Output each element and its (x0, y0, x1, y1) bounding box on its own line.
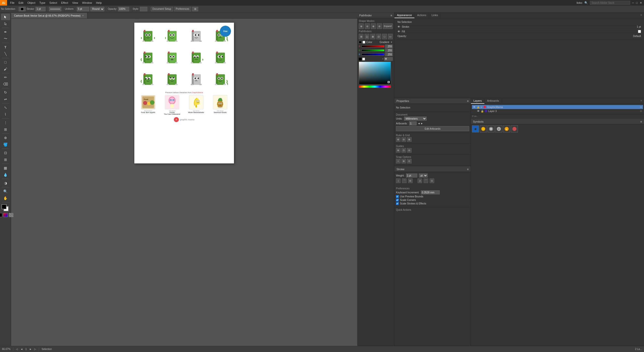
pen-tool[interactable]: ✒ (1, 29, 10, 35)
preview-bounds-checkbox[interactable] (396, 195, 399, 198)
layer-2-lock[interactable]: 🔒 (481, 110, 484, 113)
symbol-4[interactable]: ⚙ (495, 125, 502, 132)
b-gradient-bar[interactable] (361, 53, 384, 55)
g-gradient-bar[interactable] (361, 49, 384, 51)
r-value-input[interactable] (385, 45, 393, 48)
keyboard-increment-input[interactable] (421, 190, 440, 194)
line-style-selector[interactable] (49, 7, 61, 11)
b-value-input[interactable] (385, 53, 393, 56)
unite-btn[interactable]: ⊕ (359, 23, 364, 29)
artboards-dec-btn[interactable]: ◂ (418, 122, 420, 125)
exclude-btn[interactable]: ⊘ (377, 23, 382, 29)
paintbrush-tool[interactable]: 🖌 (1, 66, 10, 72)
artboards-input[interactable] (409, 121, 417, 125)
color-picker-cursor[interactable] (388, 81, 390, 83)
weight-unit-select[interactable]: pt (419, 173, 428, 178)
snap-btn-3[interactable]: ⊡ (407, 159, 412, 163)
rectangle-tool[interactable]: □ (1, 59, 10, 65)
product-food[interactable]: Food 222 Graphics Food: Bon Appétit (137, 95, 159, 115)
search-input[interactable] (590, 1, 630, 5)
artboards-inc-btn[interactable]: ▸ (421, 122, 423, 125)
tab-close-btn[interactable]: ✕ (82, 14, 84, 17)
scale-strokes-checkbox[interactable] (396, 202, 399, 205)
document-tab[interactable]: Cartoon Book Vector Set.ai @ 66.67% (RGB… (11, 13, 87, 18)
size-value-input[interactable] (77, 7, 89, 11)
miter-join-btn[interactable]: ⋀ (418, 179, 422, 183)
reflect-tool[interactable]: ⇌ (1, 96, 10, 102)
menu-help[interactable]: Help (94, 1, 104, 5)
attr-collapse-btn[interactable]: ≡ (638, 13, 644, 18)
properties-collapse-btn[interactable]: ≡ (467, 99, 469, 102)
layer-row-1[interactable]: 👁 🔒 ▶ GraphicMama ◎ (472, 105, 643, 109)
document-setup-btn[interactable]: Document Setup (151, 7, 173, 11)
color-picker-gradient[interactable] (359, 62, 391, 84)
style-selector[interactable] (140, 7, 147, 11)
stroke-color-btn[interactable] (19, 7, 26, 11)
layer-1-visibility-icon[interactable]: ◎ (640, 106, 642, 108)
snap-btn-1[interactable]: ⊹ (396, 159, 400, 163)
round-join-btn[interactable]: ⌒ (424, 179, 428, 183)
promo-link[interactable]: GraphicMama (192, 92, 203, 93)
product-frosty[interactable]: 172 pieces FrostyThe Cute Creamsicle (161, 95, 184, 115)
stroke-eye-icon[interactable]: 👁 (397, 25, 400, 28)
color-pair[interactable] (2, 204, 10, 212)
page-prev-btn[interactable]: ◄ (20, 348, 23, 350)
zoom-tool[interactable]: 🔍 (1, 188, 10, 195)
menu-file[interactable]: File (8, 1, 17, 5)
expand-btn[interactable]: Expand (383, 23, 393, 29)
minus-front-btn[interactable]: ⊖ (365, 23, 370, 29)
scale-corners-checkbox[interactable] (396, 199, 399, 201)
edit-artboards-btn[interactable]: Edit Artboards (396, 126, 469, 131)
tab-actions[interactable]: Actions (415, 13, 429, 18)
minimize-icon[interactable]: ─ (632, 1, 634, 4)
divide-btn[interactable]: ⊞ (359, 34, 364, 39)
symbol-1[interactable]: ■ (472, 125, 479, 132)
tab-layers[interactable]: Layers (471, 98, 485, 104)
shape-builder-tool[interactable]: ⊕ (1, 134, 10, 141)
none-color-btn[interactable] (9, 213, 13, 217)
symbol-3[interactable] (488, 125, 495, 132)
symbol-5[interactable]: ★ (503, 125, 510, 132)
gradient-tool[interactable]: ▦ (1, 165, 10, 171)
guide-btn-2[interactable]: ⊡ (401, 148, 406, 153)
fg-indicator[interactable] (359, 41, 361, 44)
menu-select[interactable]: Select (47, 1, 59, 5)
close-icon[interactable]: ✕ (640, 1, 642, 5)
maximize-icon[interactable]: □ (636, 1, 638, 4)
g-value-input[interactable] (385, 49, 393, 52)
eyedropper-tool[interactable]: 💧 (1, 171, 10, 178)
direct-selection-tool[interactable] (1, 20, 10, 27)
product-pineapple[interactable]: 112 pieces Sweetson Exotic (209, 95, 232, 115)
fg-color-swatch[interactable] (2, 204, 7, 209)
square-cap-btn[interactable]: ⊟ (408, 179, 413, 183)
menu-effect[interactable]: Effect (59, 1, 70, 5)
white-swatch[interactable] (362, 58, 365, 60)
arrange-btn[interactable]: ⊞ (192, 7, 198, 11)
guide-btn-3[interactable]: ⊟ (407, 148, 412, 153)
butt-cap-btn[interactable]: | (396, 179, 400, 183)
product-banana[interactable]: 111 pieces Mister Bananashake (185, 95, 208, 115)
ruler-btn-1[interactable]: ⊞ (396, 137, 400, 142)
free-transform-tool[interactable]: ⊞ (1, 126, 10, 133)
crop-btn[interactable]: ⊡ (376, 34, 381, 39)
page-last-btn[interactable]: ▷ (34, 348, 36, 350)
symbol-6[interactable] (511, 125, 518, 132)
layers-collapse-btn[interactable]: ≡ (638, 98, 644, 104)
opacity-input[interactable] (118, 7, 129, 11)
page-next-btn[interactable]: ► (29, 348, 32, 350)
eraser-tool[interactable]: ⌫ (1, 81, 10, 87)
snap-btn-2[interactable]: ⊞ (401, 159, 406, 163)
normal-color-btn[interactable] (0, 213, 2, 217)
hex-input[interactable] (384, 57, 393, 61)
selection-tool[interactable] (1, 14, 10, 20)
scale-tool[interactable]: ⤡ (1, 104, 10, 111)
layer-1-expand[interactable]: ▶ (481, 106, 482, 108)
layer-2-eye[interactable]: 👁 (477, 110, 480, 113)
layer-1-eye[interactable]: 👁 (473, 105, 476, 109)
guide-btn-1[interactable]: ⊞ (396, 148, 400, 153)
width-tool[interactable]: ⋮ (1, 119, 10, 126)
menu-object[interactable]: Object (25, 1, 37, 5)
layer-1-lock[interactable]: 🔒 (477, 106, 480, 109)
bevel-join-btn[interactable]: ⊡ (430, 179, 434, 183)
type-tool[interactable]: T (1, 44, 10, 50)
